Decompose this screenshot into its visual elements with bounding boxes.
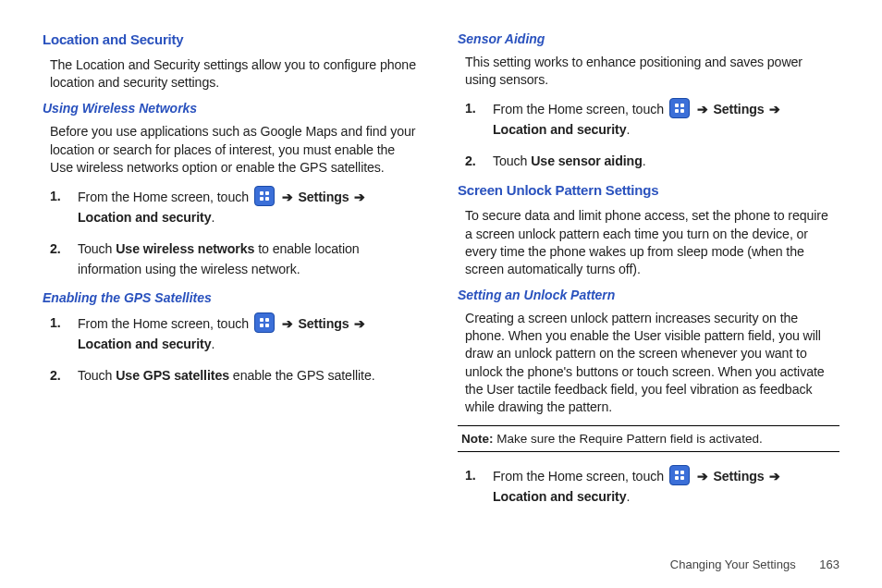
list-content: From the Home screen, touch ➔ Settings ➔… [493, 98, 836, 140]
list-content: From the Home screen, touch ➔ Settings ➔… [78, 186, 421, 227]
left-column: Location and Security The Location and S… [43, 31, 424, 518]
arrow-icon: ➔ [354, 316, 365, 331]
arrow-icon: ➔ [354, 190, 365, 204]
nav-bold: Settings [298, 316, 349, 331]
subheading-sensor-aiding: Sensor Aiding [458, 31, 839, 46]
ordered-list: 1. From the Home screen, touch ➔ Setting… [50, 312, 421, 386]
list-number: 2. [50, 239, 78, 279]
nav-bold: Settings [713, 469, 764, 484]
apps-icon [669, 98, 690, 118]
list-number: 2. [465, 151, 493, 171]
text: Touch [493, 153, 531, 168]
apps-icon [254, 312, 275, 333]
note-box: Note: Make sure the Require Pattern fiel… [458, 425, 839, 452]
list-item: 1. From the Home screen, touch ➔ Setting… [50, 312, 421, 354]
list-content: From the Home screen, touch ➔ Settings ➔… [78, 312, 421, 354]
text: . [212, 337, 215, 351]
heading-screen-unlock: Screen Unlock Pattern Settings [458, 182, 839, 198]
nav-bold: Location and security [493, 489, 627, 504]
arrow-icon: ➔ [282, 316, 293, 331]
subheading-gps-satellites: Enabling the GPS Satellites [43, 290, 424, 305]
text: From the Home screen, touch [493, 102, 668, 116]
list-number: 1. [465, 465, 493, 507]
list-item: 1. From the Home screen, touch ➔ Setting… [50, 186, 421, 227]
list-item: 1. From the Home screen, touch ➔ Setting… [465, 465, 836, 507]
text: From the Home screen, touch [78, 316, 252, 331]
nav-bold: Settings [298, 190, 349, 204]
arrow-icon: ➔ [769, 102, 780, 116]
footer-section: Changing Your Settings [670, 557, 796, 571]
list-item: 2. Touch Use sensor aiding. [465, 151, 836, 171]
list-item: 2. Touch Use GPS satellites enable the G… [50, 365, 421, 386]
apps-icon [254, 186, 275, 206]
list-number: 2. [50, 365, 78, 386]
list-content: From the Home screen, touch ➔ Settings ➔… [493, 465, 836, 507]
right-column: Sensor Aiding This setting works to enha… [458, 31, 839, 518]
bold-term: Use wireless networks [116, 241, 254, 256]
list-number: 1. [465, 98, 493, 140]
list-content: Touch Use sensor aiding. [493, 151, 646, 171]
paragraph: Before you use applications such as Goog… [50, 123, 421, 177]
text: Touch [78, 368, 116, 383]
two-column-layout: Location and Security The Location and S… [43, 31, 839, 518]
bold-term: Use GPS satellites [116, 368, 229, 383]
text: . [627, 489, 631, 504]
subheading-unlock-pattern: Setting an Unlock Pattern [458, 288, 839, 302]
heading-location-security: Location and Security [43, 31, 424, 47]
ordered-list: 1. From the Home screen, touch ➔ Setting… [465, 98, 836, 171]
text: . [643, 153, 646, 168]
list-item: 2. Touch Use wireless networks to enable… [50, 239, 421, 279]
arrow-icon: ➔ [697, 469, 708, 484]
text: . [212, 210, 215, 225]
arrow-icon: ➔ [697, 102, 708, 116]
nav-bold: Location and security [78, 337, 212, 351]
bold-term: Use sensor aiding [531, 153, 643, 168]
list-content: Touch Use GPS satellites enable the GPS … [78, 365, 375, 386]
list-item: 1. From the Home screen, touch ➔ Setting… [465, 98, 836, 140]
nav-bold: Location and security [493, 122, 627, 137]
note-label: Note: [461, 432, 494, 446]
text: enable the GPS satellite. [229, 368, 375, 383]
ordered-list: 1. From the Home screen, touch ➔ Setting… [465, 465, 836, 507]
arrow-icon: ➔ [769, 469, 780, 484]
text: Touch [78, 241, 116, 256]
list-number: 1. [50, 312, 78, 354]
paragraph: To secure data and limit phone access, s… [465, 207, 836, 278]
note-text: Make sure the Require Pattern field is a… [494, 432, 763, 446]
nav-bold: Settings [713, 102, 764, 116]
list-content: Touch Use wireless networks to enable lo… [78, 239, 421, 279]
subheading-wireless-networks: Using Wireless Networks [43, 101, 424, 116]
text: . [627, 122, 631, 137]
text: From the Home screen, touch [493, 469, 668, 484]
paragraph: The Location and Security settings allow… [50, 56, 421, 92]
page-number: 163 [819, 557, 839, 571]
page-footer: Changing Your Settings 163 [670, 557, 839, 571]
text: From the Home screen, touch [78, 190, 252, 204]
ordered-list: 1. From the Home screen, touch ➔ Setting… [50, 186, 421, 279]
apps-icon [669, 465, 690, 485]
paragraph: This setting works to enhance positionin… [465, 54, 836, 89]
nav-bold: Location and security [78, 210, 212, 225]
list-number: 1. [50, 186, 78, 227]
arrow-icon: ➔ [282, 190, 293, 204]
paragraph: Creating a screen unlock pattern increas… [465, 310, 836, 416]
